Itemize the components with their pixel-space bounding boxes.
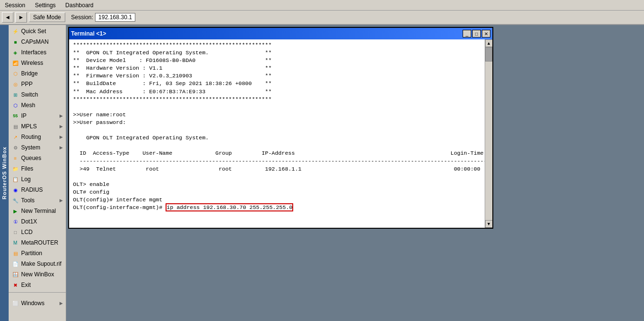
sidebar-label-ppp: PPP [21,81,33,87]
terminal-titlebar: Terminal <1> _ □ ✕ [69,28,492,39]
terminal-text: ****************************************… [73,42,485,211]
sidebar-item-ppp[interactable]: ◎ PPP [9,79,66,89]
tools-icon: 🔧 [12,197,19,204]
ip-icon: 55 [12,112,19,120]
exit-icon: ✖ [12,281,19,289]
sidebar-item-mesh[interactable]: ⬡ Mesh [9,100,66,111]
terminal-content[interactable]: ****************************************… [69,39,485,228]
sidebar-item-interfaces[interactable]: ◈ Interfaces [9,47,66,58]
log-icon: 📋 [12,175,19,183]
switch-icon: ⊞ [12,91,19,99]
terminal-window: Terminal <1> _ □ ✕ *********************… [68,27,493,229]
sidebar-item-ip[interactable]: 55 IP ▶ [9,111,66,121]
sidebar-label-queues: Queues [21,155,41,161]
sidebar-item-tools[interactable]: 🔧 Tools ▶ [9,195,66,206]
sidebar-label-make-supout: Make Supout.rif [21,260,61,267]
windows-icon: ⬜ [12,299,19,307]
menu-settings[interactable]: Settings [32,1,59,10]
wireless-icon: 📶 [12,59,19,67]
sidebar-item-capsman[interactable]: ■ CAPsMAN [9,37,66,47]
sidebar-label-tools: Tools [21,197,35,204]
sidebar-label-windows: Windows [21,300,45,307]
sidebar-item-make-supout[interactable]: 📄 Make Supout.rif [9,259,66,269]
mesh-icon: ⬡ [12,101,19,109]
radius-icon: ◉ [12,186,19,194]
sidebar-content: ⚡ Quick Set ■ CAPsMAN ◈ Interfaces 📶 Wir… [9,25,66,309]
sidebar-label-dot1x: Dot1X [21,218,37,225]
terminal-controls: _ □ ✕ [463,30,490,37]
sidebar-item-new-winbox[interactable]: 🪟 New WinBox [9,269,66,280]
sidebar-label-lcd: LCD [21,229,33,235]
sidebar-item-quick-set[interactable]: ⚡ Quick Set [9,26,66,37]
forward-button[interactable]: ► [15,12,27,23]
sidebar-label-ip: IP [21,112,26,119]
sidebar-item-radius[interactable]: ◉ RADIUS [9,185,66,195]
sidebar-label-wireless: Wireless [21,60,43,66]
sidebar-item-routing[interactable]: ↗ Routing ▶ [9,132,66,142]
new-winbox-icon: 🪟 [12,271,19,278]
safe-mode-button[interactable]: Safe Mode [29,12,65,22]
sidebar-item-queues[interactable]: ≡ Queues [9,153,66,163]
menu-session[interactable]: Session [2,1,28,10]
sidebar-item-lcd[interactable]: □ LCD [9,227,66,237]
tools-arrow: ▶ [60,198,63,203]
sidebar-label-system: System [21,144,40,151]
routing-icon: ↗ [12,133,19,141]
scroll-track [485,47,492,220]
dot1x-icon: ① [12,218,19,225]
sidebar-label-mesh: Mesh [21,102,35,109]
sidebar-item-bridge[interactable]: ⬡ Bridge [9,68,66,79]
system-arrow: ▶ [60,145,63,150]
sidebar-label-new-terminal: New Terminal [21,208,56,214]
terminal-minimize-button[interactable]: _ [463,30,471,37]
sidebar-item-new-terminal[interactable]: ▶ New Terminal [9,206,66,216]
terminal-close-button[interactable]: ✕ [482,30,490,37]
scroll-down-button[interactable]: ▼ [485,220,493,228]
sidebar-label-mpls: MPLS [21,123,37,130]
mpls-arrow: ▶ [60,124,63,129]
capsman-icon: ■ [12,38,19,46]
routing-arrow: ▶ [60,135,63,139]
sidebar-item-system[interactable]: ⚙ System ▶ [9,142,66,153]
sidebar-item-switch[interactable]: ⊞ Switch [9,89,66,100]
sidebar-label-routing: Routing [21,134,41,140]
queues-icon: ≡ [12,154,19,162]
session-label: Session: [71,14,93,21]
mpls-icon: ▤ [12,123,19,130]
sidebar-label-radius: RADIUS [21,186,43,193]
sidebar-label-new-winbox: New WinBox [21,271,54,278]
terminal-scrollbar: ▲ ▼ [485,39,492,228]
sidebar-item-wireless[interactable]: 📶 Wireless [9,58,66,68]
ppp-icon: ◎ [12,80,19,88]
scroll-up-button[interactable]: ▲ [485,39,493,47]
sidebar-label-log: Log [21,176,31,183]
content-area: Terminal <1> _ □ ✕ *********************… [66,25,644,321]
sidebar-label-partition: Partition [21,250,42,257]
menu-bar: Session Settings Dashboard [0,0,644,11]
system-icon: ⚙ [12,144,19,151]
files-icon: 📁 [12,165,19,173]
partition-icon: ▤ [12,249,19,257]
sidebar-item-log[interactable]: 📋 Log [9,174,66,185]
back-button[interactable]: ◄ [2,12,13,23]
bridge-icon: ⬡ [12,70,19,77]
sidebar-label-metarouter: MetaROUTER [21,239,58,246]
terminal-body: ****************************************… [69,39,492,228]
sidebar-item-dot1x[interactable]: ① Dot1X [9,216,66,227]
sidebar-item-metarouter[interactable]: M MetaROUTER [9,237,66,248]
terminal-maximize-button[interactable]: □ [472,30,481,37]
sidebar-label-exit: Exit [21,282,31,288]
sidebar-label-interfaces: Interfaces [21,49,47,56]
scroll-thumb[interactable] [485,47,492,62]
metarouter-icon: M [12,239,19,247]
sidebar-item-exit[interactable]: ✖ Exit [9,280,66,290]
sidebar-item-partition[interactable]: ▤ Partition [9,248,66,259]
sidebar-label-bridge: Bridge [21,70,38,77]
sidebar: RouterOS WinBox ⚡ Quick Set ■ CAPsMAN ◈ … [0,25,66,321]
sidebar-item-windows[interactable]: ⬜ Windows ▶ [9,298,66,309]
sidebar-item-files[interactable]: 📁 Files [9,163,66,174]
sidebar-label-capsman: CAPsMAN [21,38,48,45]
current-command-input[interactable]: ip address 192.168.30.70 255.255.255.0 [166,203,293,211]
sidebar-item-mpls[interactable]: ▤ MPLS ▶ [9,121,66,132]
menu-dashboard[interactable]: Dashboard [62,1,96,10]
